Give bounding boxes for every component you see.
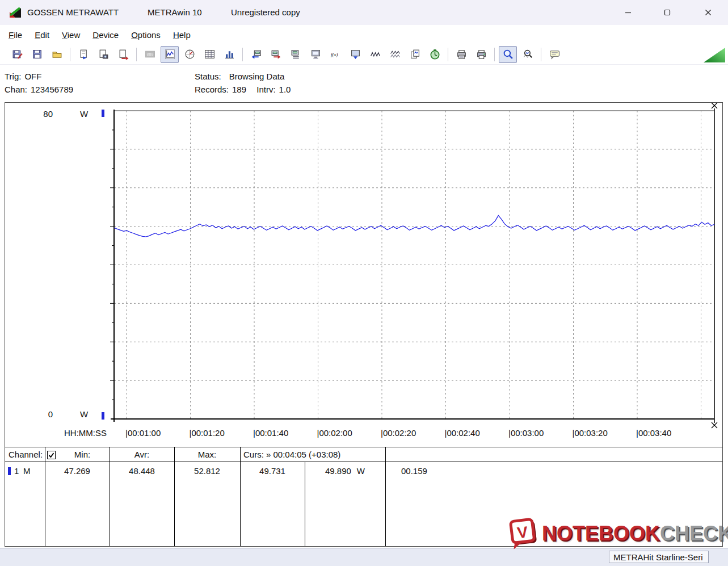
cell-max: 52.812 (174, 465, 240, 477)
cell-delta: 00.159 (401, 465, 427, 477)
device-monitor-button[interactable] (306, 46, 325, 63)
view-bargraph-icon (224, 49, 235, 60)
cell-cursor-a: 49.731 (240, 465, 305, 477)
export-data-icon (118, 49, 129, 60)
trigger-status: Trig:OFF (5, 72, 49, 81)
zoom-reset-button[interactable] (519, 46, 537, 63)
save-icon (32, 49, 43, 60)
cursor-b-value: 49.890 (325, 466, 351, 476)
menu-options[interactable]: Options (125, 27, 167, 43)
close-button[interactable] (695, 0, 721, 25)
maximize-button[interactable] (654, 0, 680, 25)
corner-resize-triangle (704, 48, 725, 62)
header-channel: Channel: (9, 447, 43, 462)
records-status: Records:189 Intrv:1.0 (195, 85, 298, 94)
y-axis-unit-bottom: W (80, 409, 88, 419)
table-header-row: Channel: Min: Avr: Max: Curs: » 00:04:05… (5, 447, 722, 462)
save-button[interactable] (28, 46, 46, 63)
header-min: Min: (55, 447, 110, 462)
channel-color-marker (8, 467, 11, 475)
view-analog-meter-icon (184, 49, 195, 60)
device-read-button[interactable] (247, 46, 265, 63)
copy-curve-button[interactable] (406, 46, 424, 63)
connected-device-field: METRAHit Starline-Seri (609, 551, 709, 563)
zoom-mode-icon (503, 49, 514, 60)
zoom-mode-button[interactable] (499, 46, 517, 63)
export-image-button[interactable] (94, 46, 112, 63)
view-yt-chart-button[interactable] (161, 46, 179, 63)
records-label: Records: (195, 85, 229, 94)
cell-channel: 1 (14, 465, 19, 477)
cursor-b-unit: W (357, 466, 365, 476)
title-app-name: METRAwin 10 (148, 0, 202, 25)
save-setup-button[interactable] (8, 46, 26, 63)
table-row[interactable]: 1 M 47.269 48.448 52.812 49.731 49.890W … (5, 465, 722, 477)
interval-timer-button[interactable] (426, 46, 444, 63)
menu-device[interactable]: Device (86, 27, 125, 43)
x-tick-label: |00:03:20 (573, 428, 608, 438)
menu-file[interactable]: File (2, 27, 28, 43)
x-tick-label: |00:01:40 (253, 428, 288, 438)
browse-status: Status:Browsing Data (195, 72, 292, 81)
svg-text:f(x): f(x) (331, 52, 338, 57)
header-cursor: Curs: » 00:04:05 (+03:08) (243, 447, 340, 462)
interval-timer-icon (430, 49, 440, 60)
toolbar-separator (541, 48, 541, 61)
table-separator (174, 447, 175, 546)
chan-label: Chan: (5, 85, 27, 94)
cell-cursor-b: 49.890W (305, 465, 385, 477)
print-preview-button[interactable] (452, 46, 470, 63)
records-value: 189 (232, 85, 246, 94)
copy-curve-icon (410, 49, 420, 60)
zoom-reset-icon (523, 49, 533, 60)
app-logo-icon (8, 6, 23, 19)
view-bargraph-button[interactable] (220, 46, 238, 63)
x-tick-label: |00:03:00 (508, 428, 544, 438)
y-axis-unit-top: W (80, 109, 88, 119)
x-tick-label: |00:03:40 (636, 428, 671, 438)
device-send-button[interactable] (267, 46, 285, 63)
view-yt-chart-icon (165, 49, 175, 60)
table-separator (385, 447, 386, 546)
export-image-icon (98, 49, 109, 60)
yt-power-chart[interactable] (5, 103, 722, 443)
memory-transfer-button[interactable] (346, 46, 364, 63)
memory-transfer-icon (350, 49, 361, 60)
watermark-notebook-text: NOTEBOOK (542, 522, 660, 545)
cell-mode: M (23, 465, 31, 477)
annotation-icon (549, 49, 560, 60)
minimize-button[interactable] (615, 0, 641, 25)
channel-visible-checkbox[interactable] (47, 451, 56, 459)
export-data-button[interactable] (114, 46, 132, 63)
print-button[interactable] (472, 46, 490, 63)
annotation-button[interactable] (545, 46, 563, 63)
math-function-button[interactable]: f(x) (326, 46, 344, 63)
x-tick-label: |00:02:00 (317, 428, 352, 438)
device-read-icon (251, 49, 262, 60)
device-settings-icon (291, 49, 301, 60)
view-analog-meter-button[interactable] (180, 46, 199, 63)
signal-envelope-button[interactable] (386, 46, 404, 63)
view-numeric-display-button: 888 (141, 46, 159, 63)
menu-view[interactable]: View (56, 27, 86, 43)
watermark-check-text: CHECK (660, 522, 728, 545)
export-text-button[interactable] (74, 46, 92, 63)
x-axis-labels: HH:MM:SS |00:01:00|00:01:20|00:01:40|00:… (5, 428, 722, 441)
menu-edit[interactable]: Edit (28, 27, 56, 43)
open-button[interactable] (48, 46, 66, 63)
header-max: Max: (174, 447, 240, 462)
cell-min: 47.269 (45, 465, 110, 477)
device-monitor-icon (310, 49, 321, 60)
device-settings-button[interactable] (287, 46, 305, 63)
device-send-icon (271, 49, 281, 60)
x-tick-label: |00:02:20 (381, 428, 416, 438)
channel-status: Chan:123456789 (5, 85, 81, 94)
check-icon (48, 452, 54, 458)
y-axis-max-label: 80 (30, 109, 53, 119)
svg-text:888: 888 (146, 52, 153, 57)
menu-help[interactable]: Help (167, 27, 197, 43)
toolbar-separator (494, 48, 495, 61)
signal-wave-button[interactable] (366, 46, 384, 63)
table-separator (45, 447, 45, 546)
view-table-button[interactable] (200, 46, 218, 63)
